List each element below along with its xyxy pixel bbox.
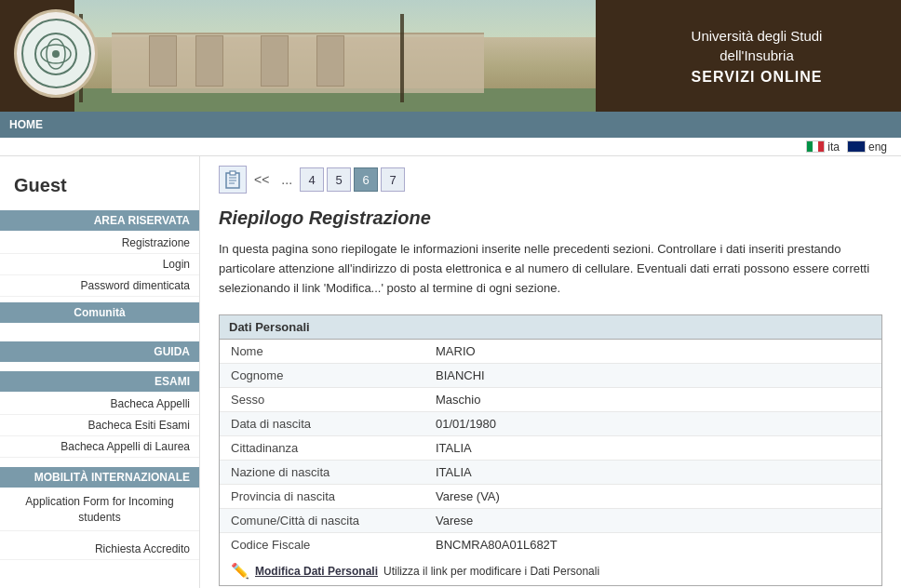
home-link[interactable]: HOME (9, 118, 43, 131)
servizi-label: SERVIZI ONLINE (692, 69, 823, 86)
sidebar-registrazione-link[interactable]: Registrazione (0, 233, 199, 254)
lang-it-label[interactable]: ita (827, 140, 840, 154)
header-building-image (74, 0, 596, 112)
section-title: Riepilogo Registrazione (219, 207, 882, 229)
lang-bar: ita eng (0, 138, 901, 156)
field-value: BIANCHI (424, 364, 881, 388)
nav-top: HOME (0, 112, 901, 138)
field-value: ITALIA (424, 461, 881, 485)
flag-it-icon (806, 140, 825, 153)
field-value: Varese (VA) (424, 485, 881, 509)
sidebar-password-link[interactable]: Password dimenticata (0, 275, 199, 297)
page-5-btn[interactable]: 5 (327, 167, 351, 192)
table-row: Codice FiscaleBNCMRA80A01L682T (220, 533, 881, 557)
pencil-icon: ✏️ (231, 562, 249, 580)
field-label: Nazione di nascita (220, 461, 424, 485)
field-value: ITALIA (424, 436, 881, 461)
modifica-dati-link[interactable]: Modifica Dati Personali (255, 565, 378, 578)
table-row: SessoMaschio (220, 388, 881, 412)
sidebar-esami: ESAMI (0, 371, 199, 392)
sidebar-guida: GUIDA (0, 341, 199, 362)
field-value: 01/01/1980 (424, 412, 881, 436)
field-value: Maschio (424, 388, 881, 412)
table-row: CognomeBIANCHI (220, 364, 881, 388)
sidebar-guest-label: Guest (0, 166, 199, 210)
lang-en[interactable]: eng (847, 140, 887, 154)
pagination: << ... 4 5 6 7 (219, 166, 882, 194)
intro-text: In questa pagina sono riepilogate le inf… (219, 240, 882, 298)
field-value: BNCMRA80A01L682T (424, 533, 881, 557)
svg-rect-5 (230, 171, 235, 175)
main-content: << ... 4 5 6 7 Riepilogo Registrazione I… (200, 156, 901, 588)
page-icon (219, 166, 247, 194)
svg-point-3 (52, 50, 60, 58)
field-label: Codice Fiscale (220, 533, 424, 557)
field-label: Sesso (220, 388, 424, 412)
sidebar-comunita-label: Comunità (0, 302, 199, 323)
sidebar-mobilita: MOBILITÀ INTERNAZIONALE (0, 467, 199, 488)
sidebar-richiesta-accredito[interactable]: Richiesta Accredito (0, 539, 199, 560)
page-6-btn[interactable]: 6 (354, 167, 378, 192)
header-right: Università degli Studi dell'Insubria SER… (612, 0, 901, 112)
table-row: Provincia di nascitaVarese (VA) (220, 485, 881, 509)
modifica-row: ✏️ Modifica Dati Personali Utilizza il l… (220, 556, 881, 585)
page-dots: ... (276, 169, 297, 190)
field-label: Comune/Città di nascita (220, 509, 424, 533)
table-row: CittadinanzaITALIA (220, 436, 881, 461)
sidebar-bacheca-esiti[interactable]: Bacheca Esiti Esami (0, 415, 199, 436)
lang-it[interactable]: ita (806, 140, 840, 154)
dati-personali-header: Dati Personali (220, 315, 881, 340)
flag-uk-icon (847, 140, 866, 153)
lang-en-label[interactable]: eng (868, 140, 887, 154)
field-value: MARIO (424, 340, 881, 364)
dati-personali-section: Dati Personali NomeMARIOCognomeBIANCHISe… (219, 314, 882, 586)
clipboard-icon (224, 170, 241, 189)
sidebar-bacheca-laurea[interactable]: Bacheca Appelli di Laurea (0, 436, 199, 458)
university-title: Università degli Studi dell'Insubria (692, 26, 823, 65)
field-label: Nome (220, 340, 424, 364)
sidebar-app-form-link[interactable]: Application Form for Incoming students (0, 489, 199, 531)
header: Università degli Studi dell'Insubria SER… (0, 0, 901, 112)
field-label: Cognome (220, 364, 424, 388)
logo-svg (33, 31, 79, 77)
page-back[interactable]: << (249, 169, 274, 190)
sidebar-login-link[interactable]: Login (0, 254, 199, 275)
modifica-hint-text: Utilizza il link per modificare i Dati P… (383, 565, 599, 578)
table-row: Nazione di nascitaITALIA (220, 461, 881, 485)
table-row: Comune/Città di nascitaVarese (220, 509, 881, 533)
sidebar-area-riservata: AREA RISERVATA (0, 210, 199, 231)
table-row: Data di nascita01/01/1980 (220, 412, 881, 436)
field-label: Provincia di nascita (220, 485, 424, 509)
dati-personali-table: NomeMARIOCognomeBIANCHISessoMaschioData … (220, 340, 881, 556)
page-4-btn[interactable]: 4 (300, 167, 324, 192)
main-layout: Guest AREA RISERVATA Registrazione Login… (0, 156, 901, 588)
sidebar: Guest AREA RISERVATA Registrazione Login… (0, 156, 200, 588)
page-7-btn[interactable]: 7 (381, 167, 405, 192)
university-logo (14, 9, 98, 98)
field-label: Cittadinanza (220, 436, 424, 461)
sidebar-bacheca-appelli[interactable]: Bacheca Appelli (0, 394, 199, 415)
field-value: Varese (424, 509, 881, 533)
table-row: NomeMARIO (220, 340, 881, 364)
field-label: Data di nascita (220, 412, 424, 436)
